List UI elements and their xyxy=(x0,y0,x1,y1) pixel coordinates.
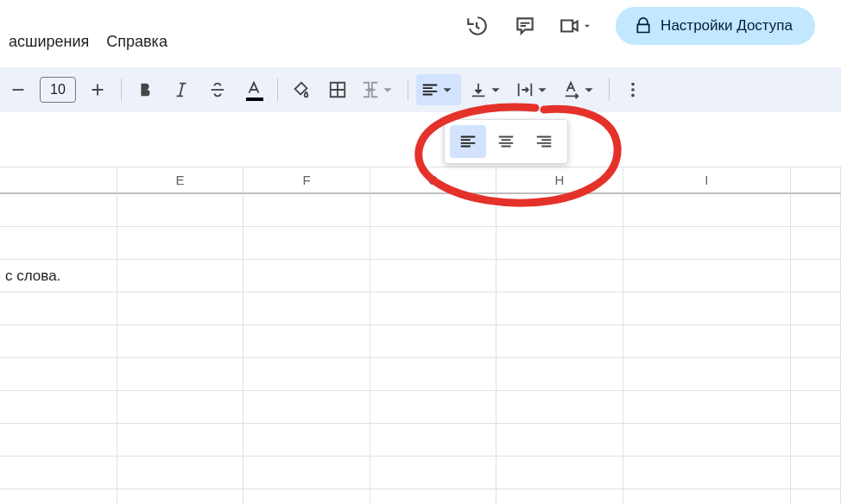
cell[interactable] xyxy=(496,227,623,260)
cell[interactable] xyxy=(791,424,841,457)
cell[interactable] xyxy=(243,227,370,260)
cell[interactable] xyxy=(496,358,623,391)
cell[interactable] xyxy=(0,457,117,489)
cell[interactable] xyxy=(496,325,623,358)
cell[interactable] xyxy=(117,457,243,489)
cell[interactable] xyxy=(496,457,623,489)
cell[interactable] xyxy=(791,358,841,391)
align-center-option[interactable] xyxy=(488,125,524,158)
text-color-button[interactable] xyxy=(238,74,269,105)
cell[interactable] xyxy=(496,260,623,293)
cell[interactable] xyxy=(243,358,370,391)
cell[interactable] xyxy=(791,391,841,424)
cell[interactable] xyxy=(496,293,623,325)
cell[interactable] xyxy=(0,227,117,260)
cell[interactable] xyxy=(243,457,370,489)
cell[interactable] xyxy=(0,424,117,457)
share-button[interactable]: Настройки Доступа xyxy=(616,7,815,45)
text-wrap-button[interactable] xyxy=(513,74,554,105)
cell[interactable] xyxy=(496,391,623,424)
cell[interactable] xyxy=(243,391,370,424)
column-header[interactable] xyxy=(0,167,117,194)
font-size-increase-button[interactable] xyxy=(82,74,113,105)
cell[interactable] xyxy=(623,424,791,457)
cell[interactable] xyxy=(0,325,117,358)
cell[interactable] xyxy=(370,489,496,504)
vertical-align-button[interactable] xyxy=(466,74,508,105)
borders-button[interactable] xyxy=(322,74,353,105)
cell[interactable] xyxy=(117,489,243,504)
cell[interactable] xyxy=(370,424,496,457)
cell[interactable] xyxy=(117,391,243,424)
cell[interactable] xyxy=(623,227,791,260)
cell[interactable] xyxy=(496,489,623,504)
cell[interactable] xyxy=(243,489,370,504)
strikethrough-button[interactable] xyxy=(202,74,233,105)
more-options-button[interactable] xyxy=(617,74,648,105)
cell[interactable] xyxy=(117,424,243,457)
cell[interactable] xyxy=(370,457,496,489)
cell[interactable] xyxy=(623,489,791,504)
cell[interactable] xyxy=(791,293,841,325)
cell[interactable] xyxy=(791,457,841,489)
cell[interactable] xyxy=(0,489,117,504)
horizontal-align-button[interactable] xyxy=(416,74,461,105)
menu-help[interactable]: Справка xyxy=(98,29,176,54)
comments-button[interactable] xyxy=(505,6,545,46)
cell[interactable] xyxy=(243,424,370,457)
column-header[interactable]: I xyxy=(623,167,791,194)
meet-button[interactable] xyxy=(553,15,598,37)
cell[interactable] xyxy=(623,293,791,325)
cell[interactable] xyxy=(791,227,841,260)
cell[interactable] xyxy=(0,358,117,391)
font-size-input[interactable]: 10 xyxy=(40,77,76,103)
cell[interactable] xyxy=(370,358,496,391)
cell[interactable] xyxy=(623,457,791,489)
cell[interactable] xyxy=(0,293,117,325)
cell[interactable] xyxy=(117,260,243,293)
column-header[interactable]: G xyxy=(370,167,496,194)
cell[interactable] xyxy=(117,194,243,227)
cell[interactable] xyxy=(791,489,841,504)
column-header[interactable] xyxy=(791,167,841,194)
cell[interactable] xyxy=(623,358,791,391)
italic-button[interactable] xyxy=(166,74,197,105)
column-header[interactable]: F xyxy=(243,167,370,194)
cell[interactable] xyxy=(117,227,243,260)
cell[interactable] xyxy=(370,293,496,325)
cell[interactable] xyxy=(623,391,791,424)
cell[interactable] xyxy=(791,325,841,358)
cell[interactable] xyxy=(117,293,243,325)
cell[interactable] xyxy=(370,227,496,260)
cell[interactable] xyxy=(370,194,496,227)
menu-extensions[interactable]: асширения xyxy=(0,29,98,54)
history-button[interactable] xyxy=(457,6,496,46)
cell[interactable] xyxy=(791,194,841,227)
cell[interactable] xyxy=(370,391,496,424)
cell[interactable] xyxy=(0,391,117,424)
column-header[interactable]: E xyxy=(117,167,243,194)
align-right-option[interactable] xyxy=(526,125,562,158)
cell[interactable] xyxy=(791,260,841,293)
bold-button[interactable] xyxy=(130,74,161,105)
cell[interactable] xyxy=(370,260,496,293)
cell[interactable] xyxy=(0,194,117,227)
cell[interactable] xyxy=(623,325,791,358)
fill-color-button[interactable] xyxy=(286,74,317,105)
cell[interactable] xyxy=(496,194,623,227)
cell[interactable] xyxy=(496,424,623,457)
font-size-decrease-button[interactable] xyxy=(3,74,34,105)
cell[interactable] xyxy=(623,260,791,293)
cell[interactable]: с слова. xyxy=(0,260,117,293)
cell[interactable] xyxy=(243,194,370,227)
cell[interactable] xyxy=(623,194,791,227)
cell[interactable] xyxy=(117,325,243,358)
cell[interactable] xyxy=(243,293,370,325)
cell[interactable] xyxy=(117,358,243,391)
text-rotation-button[interactable] xyxy=(560,74,601,105)
cell[interactable] xyxy=(370,325,496,358)
merge-cells-button[interactable] xyxy=(358,74,400,105)
cell[interactable] xyxy=(243,260,370,293)
align-left-option[interactable] xyxy=(450,125,486,158)
column-header[interactable]: H xyxy=(496,167,623,194)
